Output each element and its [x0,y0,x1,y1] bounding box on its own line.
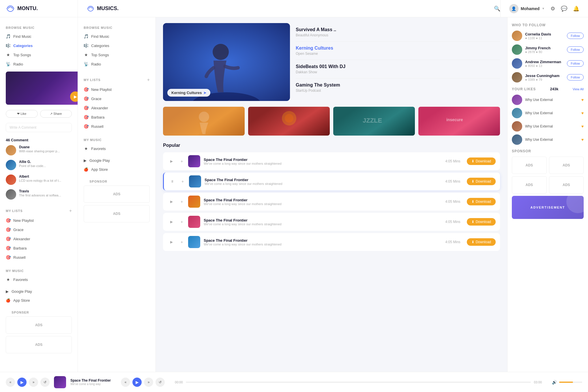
like-heart-icon-2: ♥ [581,111,584,115]
featured-track-4[interactable]: Gaming The System StartUp Podcast [296,78,500,97]
track-add-button-4[interactable]: + [179,219,185,225]
user-profile[interactable]: 👤 Mohamed ▼ [509,4,545,13]
album-card-1[interactable] [163,107,245,136]
second-new-playlist[interactable]: 🎯 New Playlist [78,85,156,94]
second-barbara[interactable]: 🎯 Barbara [78,112,156,122]
download-button-3[interactable]: ⬇ Download [467,198,496,205]
right-ad-box-1[interactable]: ADS [512,157,547,174]
second-sidebar-find-music[interactable]: 🎵 Find Music [78,32,156,41]
sidebar-item-label: Barbara [13,246,27,250]
star-icon: ★ [84,146,88,151]
second-sidebar-radio[interactable]: 📡 Radio [78,59,156,69]
second-next-button[interactable]: » [144,378,153,387]
sidebar-item-new-playlist[interactable]: 🎯 New Playlist [0,216,78,225]
download-button-5[interactable]: ⬇ Download [467,238,496,246]
sidebar-item-favorets[interactable]: ★ Favorets [0,275,78,284]
settings-icon[interactable]: ⚙ [550,5,555,12]
sidebar-item-radio[interactable]: 📡 Radio [0,59,78,69]
download-button-4[interactable]: ⬇ Download [467,218,496,226]
follow-button-1[interactable]: Follow [567,33,584,39]
track-add-button-3[interactable]: + [179,199,185,205]
sidebar-item-categories[interactable]: 🎼 Categories [0,41,78,50]
second-favorets[interactable]: ★ Favorets [78,144,156,153]
sidebar-item-alexander[interactable]: 🎯 Alexander [0,234,78,243]
track-item-1[interactable]: ▶ + Space The Final Frontier We've come … [163,152,500,170]
track-add-button-5[interactable]: + [179,239,185,245]
sidebar-item-russell[interactable]: 🎯 Russell [0,253,78,262]
second-google-play[interactable]: ▶ Google Play [84,156,150,165]
second-grace[interactable]: 🎯 Grace [78,94,156,103]
download-button-1[interactable]: ⬇ Download [467,157,496,165]
second-russell[interactable]: 🎯 Russell [78,122,156,131]
ad-box-2[interactable]: ADS [6,336,72,353]
second-prev-button[interactable]: « [121,378,130,387]
follow-button-3[interactable]: Follow [567,60,584,67]
track-item-4[interactable]: ▶ + Space The Final Frontier We've come … [163,213,500,231]
play-button-thumb[interactable]: ▶ [70,91,78,102]
second-add-list-button[interactable]: + [147,77,150,82]
right-ad-box-4[interactable]: ADS [549,176,584,194]
share-button[interactable]: ↗ Share [40,110,72,118]
track-item-3[interactable]: ▶ + Space The Final Frontier We've come … [163,193,500,211]
ad-box-1[interactable]: ADS [6,316,72,334]
like-info-4: Why Use External [525,138,578,142]
featured-track-3[interactable]: SideBeats 001 With DJ Dakkan Show [296,60,500,78]
sidebar-item-google-play[interactable]: ▶ Google Play [6,287,72,296]
view-all-link[interactable]: View All [573,87,584,91]
download-button-2[interactable]: ⬇ Download [467,178,496,185]
ad-circle-decoration [566,196,584,213]
second-repeat-button[interactable]: ↺ [156,378,165,387]
second-app-store[interactable]: 🍎 App Store [84,165,150,174]
comment-item-1: Duane With ease sharing proper p... [0,145,78,155]
follow-info-4: Jesse Cunningham ● 3389 ● 79 [525,74,564,81]
track-play-button-1[interactable]: ▶ [167,157,175,165]
sidebar-item-grace[interactable]: 🎯 Grace [0,225,78,234]
download-icon: ⬇ [471,200,474,204]
sidebar-item-top-songs[interactable]: ★ Top Songs [0,50,78,59]
right-ad-box-2[interactable]: ADS [549,157,584,174]
comment-item-4: Travis The first advances al softwa... [0,189,78,200]
advertisement-banner[interactable]: ADVERTISEMENT [512,196,584,219]
track-play-button-3[interactable]: ▶ [167,198,175,206]
volume-bar[interactable] [559,382,582,383]
notification-icon[interactable]: 🔔 [573,5,579,12]
featured-track-2[interactable]: Kerning Cultures Open Sesame [296,42,500,60]
second-ad-box-2[interactable]: ADS [84,205,150,222]
right-ad-box-3[interactable]: ADS [512,176,547,194]
track-add-button-1[interactable]: + [179,158,185,164]
follow-stats-2: ● 2878 ● 80 [525,50,564,54]
play-pause-button[interactable]: ▶ [17,378,27,387]
track-item-5[interactable]: ▶ + Space The Final Frontier We've come … [163,233,500,251]
sidebar-item-barbara[interactable]: 🎯 Barbara [0,243,78,253]
track-play-button-5[interactable]: ▶ [167,238,175,246]
track-item-2[interactable]: ⏸ + Space The Final Frontier We've come … [163,172,500,190]
next-button[interactable]: » [29,378,38,387]
repeat-button[interactable]: ↺ [40,378,50,387]
follow-button-4[interactable]: Follow [567,74,584,80]
music-icon: 🎵 [84,34,88,39]
search-icon[interactable]: 🔍 [494,5,500,12]
add-list-button[interactable]: + [69,208,72,213]
featured-track-1[interactable]: Survived A Mass .. Beautiful Anonymous [296,23,500,42]
second-ad-box-1[interactable]: ADS [84,185,150,203]
second-play-pause-button[interactable]: ▶ [132,378,142,387]
sidebar-item-find-music[interactable]: 🎵 Find Music [0,32,78,41]
track-add-button-2[interactable]: + [180,179,186,184]
follow-button-2[interactable]: Follow [567,46,584,53]
track-play-button-2[interactable]: ⏸ [168,177,176,185]
second-sidebar-top-songs[interactable]: ★ Top Songs [78,50,156,59]
chat-icon[interactable]: 💬 [561,5,567,12]
album-card-2[interactable] [248,107,330,136]
app-logo-left[interactable]: MONTU. [6,4,38,13]
second-alexander[interactable]: 🎯 Alexander [78,103,156,112]
album-card-4[interactable]: insecure [418,107,500,136]
like-button[interactable]: ❤ Like [6,110,38,118]
album-card-3[interactable]: JZZLE [333,107,415,136]
prev-button[interactable]: « [6,378,15,387]
track-play-button-4[interactable]: ▶ [167,218,175,226]
second-sidebar-categories[interactable]: 🎼 Categories [78,41,156,50]
sidebar-item-app-store[interactable]: 🍎 App Store [6,296,72,305]
like-heart-icon-3: ♥ [581,124,584,129]
featured-image[interactable]: Kerning Cultures ➤ [163,23,290,101]
progress-bar[interactable] [186,382,531,383]
